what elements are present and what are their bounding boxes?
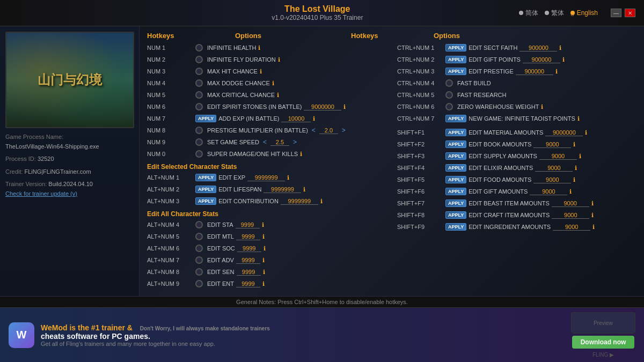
info-alt3[interactable]: ℹ [320, 198, 323, 205]
nav-left-num9[interactable]: < [263, 138, 267, 146]
value-sf3[interactable] [539, 153, 577, 160]
info-sf6[interactable]: ℹ [569, 188, 572, 195]
toggle-num1[interactable] [195, 44, 203, 51]
apply-num7[interactable]: APPLY [195, 115, 216, 122]
lang-zh-trad[interactable]: 繁体 [545, 9, 564, 18]
apply-sf6[interactable]: APPLY [445, 188, 466, 195]
toggle-alt8[interactable] [195, 268, 203, 276]
toggle-alt9[interactable] [195, 280, 203, 287]
toggle-alt5[interactable] [195, 233, 203, 240]
toggle-ctrl4[interactable] [445, 79, 453, 87]
value-ctrl3[interactable] [516, 68, 553, 75]
info-alt1[interactable]: ℹ [287, 174, 289, 181]
apply-sf9[interactable]: APPLY [445, 223, 466, 231]
info-sf7[interactable]: ℹ [591, 200, 594, 207]
info-num0[interactable]: ℹ [300, 151, 302, 158]
value-num7[interactable] [281, 115, 311, 122]
info-num4[interactable]: ℹ [272, 80, 274, 87]
info-sf4[interactable]: ℹ [575, 165, 577, 172]
apply-sf7[interactable]: APPLY [445, 200, 466, 207]
value-alt5[interactable] [236, 233, 260, 240]
info-alt5[interactable]: ℹ [262, 233, 265, 240]
apply-ctrl7[interactable]: APPLY [445, 115, 466, 122]
value-ctrl1[interactable] [519, 45, 557, 51]
toggle-num8[interactable] [195, 127, 203, 134]
value-sf1[interactable] [545, 129, 583, 136]
nav-right-num9[interactable]: > [293, 138, 297, 146]
value-num6[interactable] [304, 104, 341, 110]
value-alt4[interactable] [236, 221, 260, 228]
info-num3[interactable]: ℹ [260, 68, 262, 75]
apply-sf4[interactable]: APPLY [445, 164, 466, 172]
lang-zh-simple[interactable]: 简体 [519, 9, 538, 18]
value-sf8[interactable] [552, 212, 589, 219]
apply-ctrl1[interactable]: APPLY [445, 44, 466, 51]
value-sf4[interactable] [535, 165, 573, 172]
info-alt8[interactable]: ℹ [263, 269, 265, 276]
toggle-alt7[interactable] [195, 256, 203, 264]
info-sf3[interactable]: ℹ [579, 153, 581, 160]
info-num7[interactable]: ℹ [313, 115, 315, 122]
info-ctrl1[interactable]: ℹ [559, 45, 561, 51]
apply-sf1[interactable]: APPLY [445, 129, 466, 136]
toggle-ctrl6[interactable] [445, 103, 453, 110]
download-button[interactable]: Download now [572, 336, 635, 349]
apply-sf5[interactable]: APPLY [445, 176, 466, 183]
close-button[interactable]: ✕ [625, 9, 635, 17]
value-alt2[interactable] [264, 186, 301, 193]
info-sf8[interactable]: ℹ [591, 212, 594, 219]
apply-sf2[interactable]: APPLY [445, 141, 466, 148]
toggle-num5[interactable] [195, 91, 203, 99]
toggle-num2[interactable] [195, 56, 203, 63]
info-ctrl6[interactable]: ℹ [541, 104, 543, 110]
info-ctrl7[interactable]: ℹ [577, 115, 580, 122]
info-alt4[interactable]: ℹ [262, 221, 264, 228]
toggle-num4[interactable] [195, 79, 203, 87]
info-sf1[interactable]: ℹ [585, 129, 587, 136]
value-sf7[interactable] [552, 200, 589, 207]
value-alt6[interactable] [237, 245, 261, 252]
value-alt7[interactable] [236, 257, 260, 264]
value-sf5[interactable] [533, 176, 571, 183]
value-sf9[interactable] [553, 224, 590, 231]
info-alt7[interactable]: ℹ [262, 257, 265, 264]
info-num5[interactable]: ℹ [277, 92, 279, 99]
toggle-alt4[interactable] [195, 221, 203, 228]
info-sf5[interactable]: ℹ [573, 176, 575, 183]
info-alt9[interactable]: ℹ [262, 280, 265, 287]
apply-alt1[interactable]: APPLY [195, 174, 216, 181]
value-alt1[interactable] [247, 174, 285, 181]
value-ctrl2[interactable] [523, 56, 560, 63]
info-ctrl2[interactable]: ℹ [562, 56, 565, 63]
info-num1[interactable]: ℹ [258, 45, 260, 51]
apply-sf3[interactable]: APPLY [445, 152, 466, 160]
apply-alt2[interactable]: APPLY [195, 186, 216, 193]
value-sf6[interactable] [530, 188, 567, 195]
update-link[interactable]: Check for trainer update (v) [5, 190, 77, 197]
toggle-num6[interactable] [195, 103, 203, 110]
toggle-num0[interactable] [195, 150, 203, 158]
nav-right-num8[interactable]: > [342, 127, 346, 134]
toggle-alt6[interactable] [195, 245, 203, 252]
info-alt2[interactable]: ℹ [303, 186, 305, 193]
lang-english[interactable]: ○ English [570, 9, 598, 17]
toggle-num9[interactable] [195, 138, 203, 146]
info-sf2[interactable]: ℹ [573, 141, 575, 148]
value-alt9[interactable] [236, 280, 260, 287]
apply-ctrl2[interactable]: APPLY [445, 56, 466, 63]
minimize-button[interactable]: — [611, 9, 621, 17]
value-alt8[interactable] [237, 269, 261, 276]
value-alt3[interactable] [281, 198, 318, 205]
info-num2[interactable]: ℹ [278, 56, 280, 63]
toggle-num3[interactable] [195, 68, 203, 75]
value-num8[interactable] [319, 127, 338, 134]
value-num9[interactable] [270, 139, 289, 146]
apply-ctrl3[interactable]: APPLY [445, 68, 466, 75]
toggle-ctrl5[interactable] [445, 91, 453, 99]
value-sf2[interactable] [533, 141, 571, 148]
apply-alt3[interactable]: APPLY [195, 197, 216, 205]
info-num6[interactable]: ℹ [343, 104, 346, 110]
apply-sf8[interactable]: APPLY [445, 211, 466, 219]
info-ctrl3[interactable]: ℹ [555, 68, 558, 75]
info-alt6[interactable]: ℹ [264, 245, 266, 252]
